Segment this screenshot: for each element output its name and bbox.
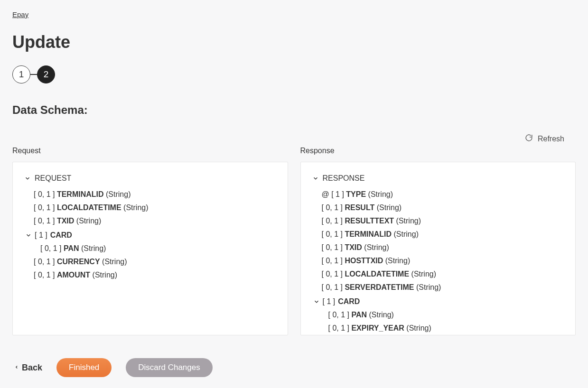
- tree-item[interactable]: [ 0, 1 ] PAN (String): [328, 308, 564, 322]
- response-root-label: RESPONSE: [323, 172, 365, 185]
- request-root-label: REQUEST: [35, 172, 71, 185]
- chevron-left-icon: [14, 363, 19, 373]
- tree-item[interactable]: [ 0, 1 ] RESULT (String): [322, 201, 564, 214]
- finished-button[interactable]: Finished: [56, 358, 112, 377]
- tree-item[interactable]: [ 0, 1 ] LOCALDATETIME (String): [34, 201, 276, 214]
- tree-item[interactable]: [ 0, 1 ] EXPIRY_YEAR (String): [328, 322, 564, 335]
- tree-item[interactable]: @ [ 1 ] TYPE (String): [322, 188, 564, 201]
- step-2[interactable]: 2: [37, 65, 55, 83]
- back-label: Back: [22, 363, 42, 373]
- step-1[interactable]: 1: [12, 65, 30, 83]
- tree-item[interactable]: [ 0, 1 ] LOCALDATETIME (String): [322, 268, 564, 281]
- tree-item[interactable]: [ 0, 1 ] TERMINALID (String): [322, 228, 564, 241]
- back-button[interactable]: Back: [14, 363, 42, 373]
- response-card-toggle[interactable]: [ 1 ] CARD: [313, 295, 564, 308]
- response-schema-box: RESPONSE @ [ 1 ] TYPE (String) [ 0, 1 ] …: [300, 162, 576, 335]
- tree-item[interactable]: [ 0, 1 ] HOSTTXID (String): [322, 254, 564, 268]
- refresh-icon: [525, 134, 533, 144]
- tree-item[interactable]: [ 0, 1 ] TXID (String): [322, 241, 564, 254]
- refresh-label: Refresh: [538, 135, 564, 143]
- refresh-button[interactable]: Refresh: [12, 134, 576, 144]
- tree-item[interactable]: [ 0, 1 ] RESULTTEXT (String): [322, 214, 564, 228]
- chevron-down-icon: [24, 175, 31, 182]
- tree-item[interactable]: [ 0, 1 ] SERVERDATETIME (String): [322, 281, 564, 294]
- request-schema-box: REQUEST [ 0, 1 ] TERMINALID (String) [ 0…: [12, 162, 288, 335]
- request-root-toggle[interactable]: REQUEST: [24, 172, 276, 185]
- chevron-down-icon: [313, 298, 320, 305]
- section-title: Data Schema:: [12, 103, 576, 117]
- response-root-toggle[interactable]: RESPONSE: [312, 172, 564, 185]
- request-column-label: Request: [12, 147, 288, 155]
- breadcrumb-epay[interactable]: Epay: [12, 10, 28, 18]
- stepper: 1 2: [12, 65, 576, 83]
- response-column-label: Response: [300, 147, 576, 155]
- request-card-toggle[interactable]: [ 1 ] CARD: [25, 229, 276, 242]
- tree-item[interactable]: [ 0, 1 ] AMOUNT (String): [34, 268, 276, 282]
- step-connector: [30, 74, 37, 75]
- chevron-down-icon: [312, 175, 319, 182]
- discard-changes-button[interactable]: Discard Changes: [126, 358, 212, 377]
- page-title: Update: [12, 32, 576, 52]
- tree-item[interactable]: [ 0, 1 ] TXID (String): [34, 214, 276, 228]
- tree-item[interactable]: [ 0, 1 ] TERMINALID (String): [34, 188, 276, 201]
- tree-item[interactable]: [ 0, 1 ] PAN (String): [40, 242, 276, 255]
- chevron-down-icon: [25, 232, 32, 239]
- tree-item[interactable]: [ 0, 1 ] CURRENCY (String): [34, 255, 276, 268]
